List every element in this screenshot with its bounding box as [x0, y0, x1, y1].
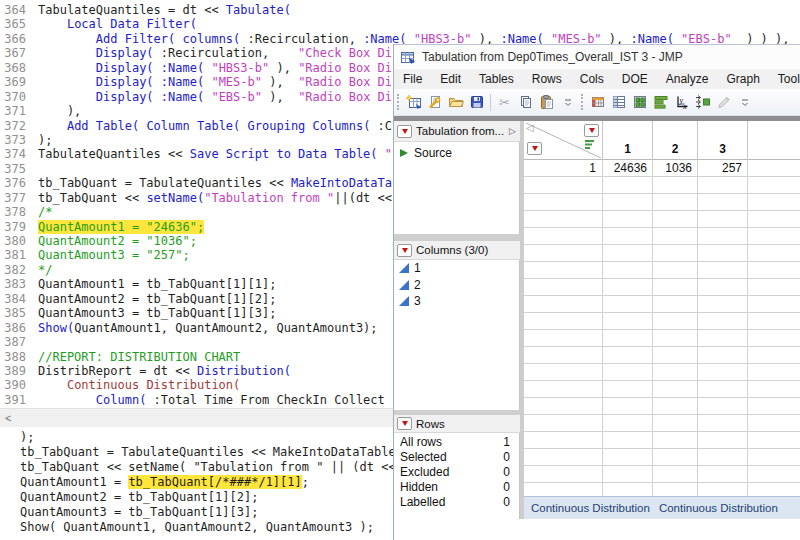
grid-cell[interactable] [653, 228, 698, 245]
grid-cell[interactable] [653, 313, 698, 330]
toolbar-overflow-icon[interactable] [557, 92, 578, 113]
toolbar-overflow-icon-2[interactable] [734, 92, 755, 113]
grid-cell[interactable] [603, 262, 653, 279]
paste-icon[interactable] [536, 92, 557, 113]
grid-cell[interactable] [698, 381, 748, 398]
menu-edit[interactable]: Edit [431, 70, 470, 88]
grid-col-header-3[interactable]: 3 [698, 121, 748, 160]
grid-cell[interactable] [603, 449, 653, 466]
grid-cell[interactable] [603, 398, 653, 415]
editor-horizontal-scrollbar[interactable]: < [0, 408, 394, 427]
grid-cell[interactable] [653, 347, 698, 364]
grid-cell[interactable] [698, 262, 748, 279]
row-number-cell[interactable] [524, 177, 603, 194]
grid-cell[interactable] [603, 313, 653, 330]
rows-red-triangle-icon[interactable] [527, 142, 542, 155]
new-tabulation-icon[interactable] [403, 92, 424, 113]
tabulation-panel-header[interactable]: Tabulation from... ▷ [394, 121, 520, 142]
grid-cell[interactable] [603, 228, 653, 245]
column-item-1[interactable]: 1 [394, 260, 519, 277]
collapse-left-icon[interactable]: ◁ [526, 122, 534, 133]
row-number-cell[interactable] [524, 211, 603, 228]
rows-stat-excluded[interactable]: Excluded0 [394, 465, 519, 480]
grid-cell[interactable] [653, 262, 698, 279]
summary-statistics-icon[interactable] [608, 92, 629, 113]
grid-cell[interactable] [698, 432, 748, 449]
script-tools-icon[interactable] [424, 92, 445, 113]
grid-cell[interactable] [698, 347, 748, 364]
edit-pencil-icon[interactable] [713, 92, 734, 113]
grid-cell[interactable] [698, 177, 748, 194]
grid-cell[interactable] [653, 398, 698, 415]
graph-bars-icon[interactable] [650, 92, 671, 113]
window-titlebar[interactable]: Tabulation from Dep0Times_Overall_IST 3 … [394, 45, 800, 69]
grid-cell[interactable] [698, 466, 748, 483]
menu-tools[interactable]: Tools [769, 70, 800, 88]
grid-cell[interactable] [603, 296, 653, 313]
grid-cell[interactable] [603, 415, 653, 432]
row-number-cell[interactable] [524, 330, 603, 347]
grid-col-header-1[interactable]: 1 [603, 121, 653, 160]
column-item-2[interactable]: 2 [394, 277, 519, 294]
grid-cell[interactable] [653, 381, 698, 398]
row-number-cell[interactable] [524, 296, 603, 313]
rows-stat-labelled[interactable]: Labelled0 [394, 495, 519, 510]
grid-cell[interactable] [603, 211, 653, 228]
grid-cell[interactable] [603, 177, 653, 194]
grid-cell[interactable] [603, 194, 653, 211]
menu-graph[interactable]: Graph [717, 70, 768, 88]
red-triangle-menu-icon[interactable] [397, 244, 412, 257]
grid-cell[interactable] [603, 347, 653, 364]
row-number-cell[interactable] [524, 279, 603, 296]
grid-cell[interactable] [653, 330, 698, 347]
grid-cell[interactable] [653, 449, 698, 466]
row-number-cell[interactable] [524, 228, 603, 245]
grid-cell[interactable] [653, 194, 698, 211]
panel-splitter[interactable] [394, 234, 520, 241]
grid-cell[interactable] [698, 415, 748, 432]
grid-cell[interactable] [653, 296, 698, 313]
columns-panel-header[interactable]: Columns (3/0) [394, 241, 520, 260]
fit-y-by-x-icon[interactable]: yx [671, 92, 692, 113]
grid-cell[interactable] [653, 466, 698, 483]
source-script-item[interactable]: Source [394, 142, 519, 160]
cut-icon[interactable]: ✂ [494, 92, 515, 113]
expand-right-icon[interactable]: ▷ [509, 126, 517, 136]
red-triangle-menu-icon[interactable] [397, 125, 412, 138]
menu-analyze[interactable]: Analyze [657, 70, 718, 88]
run-script-icon[interactable] [400, 149, 408, 157]
grid-cell[interactable] [603, 432, 653, 449]
open-folder-icon[interactable] [445, 92, 466, 113]
row-number-cell[interactable]: 1 [524, 160, 603, 177]
row-number-cell[interactable] [524, 194, 603, 211]
grid-cell[interactable] [653, 245, 698, 262]
scroll-left-arrow-icon[interactable]: < [0, 412, 11, 424]
grid-cell[interactable]: 24636 [603, 160, 653, 177]
grid-cell[interactable] [603, 381, 653, 398]
grid-cell[interactable] [698, 313, 748, 330]
grid-cell[interactable] [698, 228, 748, 245]
grid-cell[interactable] [698, 279, 748, 296]
grid-cell[interactable] [653, 432, 698, 449]
menu-doe[interactable]: DOE [613, 70, 657, 88]
menu-tables[interactable]: Tables [470, 70, 523, 88]
row-number-cell[interactable] [524, 466, 603, 483]
grid-cell[interactable] [603, 279, 653, 296]
rows-panel-header[interactable]: Rows [394, 415, 520, 433]
menu-rows[interactable]: Rows [523, 70, 571, 88]
grid-col-header-2[interactable]: 2 [653, 121, 698, 160]
row-number-cell[interactable] [524, 364, 603, 381]
save-icon[interactable] [466, 92, 487, 113]
grid-cell[interactable] [698, 245, 748, 262]
grid-cell[interactable] [698, 194, 748, 211]
grid-cell[interactable] [698, 211, 748, 228]
menu-file[interactable]: File [394, 70, 431, 88]
row-number-cell[interactable] [524, 432, 603, 449]
grid-corner-cell[interactable]: ◁ [524, 121, 603, 160]
grid-cell[interactable] [603, 245, 653, 262]
copy-icon[interactable] [515, 92, 536, 113]
row-number-cell[interactable] [524, 347, 603, 364]
menu-cols[interactable]: Cols [571, 70, 613, 88]
join-tables-icon[interactable] [692, 92, 713, 113]
grid-cell[interactable] [698, 296, 748, 313]
